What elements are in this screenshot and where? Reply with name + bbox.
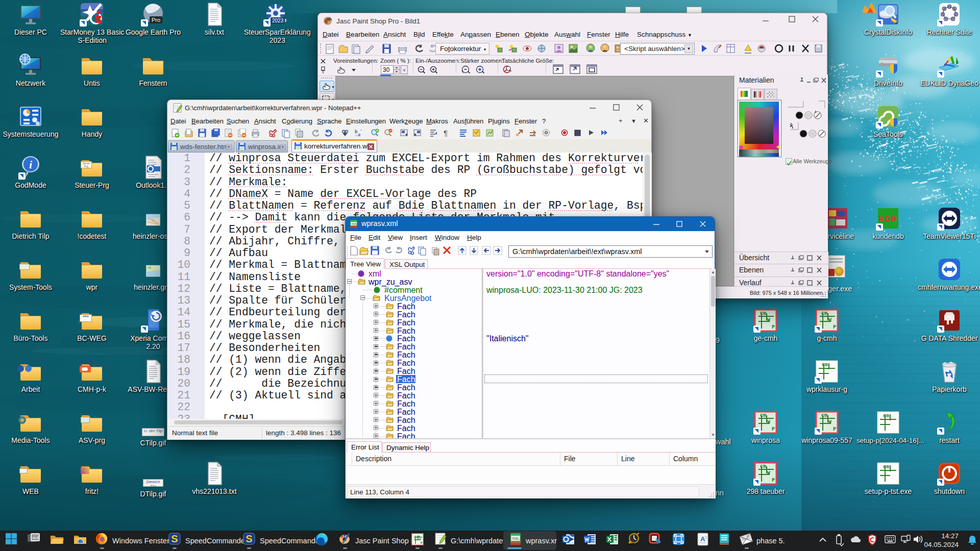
svg-text:A: A <box>700 535 705 543</box>
svg-text:24: 24 <box>630 542 634 545</box>
svg-text:W: W <box>419 538 421 541</box>
svg-text:¶: ¶ <box>444 129 448 137</box>
svg-text:S: S <box>171 533 178 544</box>
svg-text:P: P <box>421 541 423 545</box>
svg-text:XML: XML <box>512 537 520 540</box>
svg-text:a: a <box>358 132 360 137</box>
svg-text:S: S <box>246 533 252 544</box>
svg-text:XML: XML <box>351 222 358 226</box>
